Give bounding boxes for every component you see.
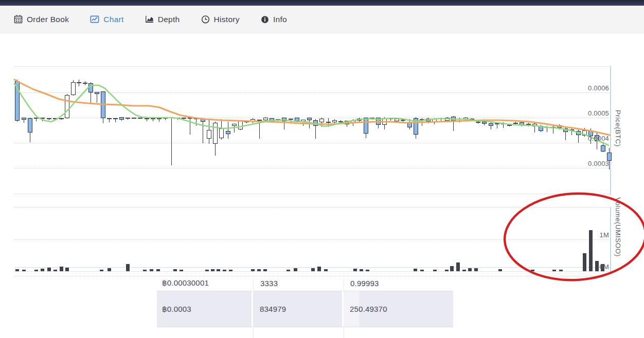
price-axis-line — [610, 66, 611, 195]
candle-body — [307, 118, 312, 120]
volume-axis-line — [610, 207, 611, 272]
volume-bar — [552, 270, 556, 271]
trading-screen: Order Book Chart Depth — [0, 0, 644, 338]
candle-body — [15, 81, 20, 121]
gridline — [14, 66, 610, 67]
volume-bar — [156, 269, 160, 271]
tab-label: Order Book — [27, 15, 69, 24]
candle-body — [207, 130, 211, 139]
candle-body — [351, 120, 355, 123]
gridline — [14, 168, 610, 168]
candle-body — [169, 117, 174, 118]
order-table: ฿0.00030001 3333 0.99993 ฿0.0003 834979 … — [157, 279, 453, 338]
candle-wick — [259, 120, 260, 139]
price-tick-0004: 0.0004 — [578, 135, 609, 142]
candle-body — [251, 119, 255, 122]
tab-depth[interactable]: Depth — [145, 15, 180, 24]
total-cell: 0.99993 — [350, 279, 379, 288]
gridline — [14, 207, 610, 208]
candle-body — [53, 118, 58, 119]
candle-body — [569, 129, 574, 130]
candle-body — [501, 123, 506, 124]
candle-body — [539, 126, 543, 131]
volume-bar — [257, 269, 261, 271]
candle-body — [457, 119, 462, 120]
table-row[interactable] — [157, 327, 453, 338]
top-navbar — [0, 0, 644, 6]
candle-body — [257, 120, 262, 121]
volume-bar — [420, 270, 424, 271]
candle-body — [401, 120, 405, 121]
tab-history[interactable]: History — [201, 15, 240, 24]
candle-body — [463, 118, 468, 120]
candle-body — [138, 118, 142, 119]
volume-bar — [251, 269, 255, 271]
table-row[interactable]: ฿0.00030001 3333 0.99993 — [157, 279, 453, 291]
candle-body — [513, 123, 518, 124]
candle-body — [194, 118, 199, 119]
chart-line-icon — [90, 15, 99, 24]
candle-body — [557, 125, 562, 128]
volume-bar — [126, 264, 130, 271]
candle-body — [151, 118, 155, 119]
volume-bar — [462, 270, 466, 271]
volume-bar — [324, 269, 328, 271]
candle-body — [407, 122, 412, 127]
volume-bar — [143, 270, 147, 271]
price-tick-0003: 0.0003 — [578, 160, 609, 167]
price-tick-0006: 0.0006 — [578, 84, 609, 92]
candle-body — [175, 118, 180, 119]
candle-body — [113, 118, 118, 119]
calendar-icon — [14, 15, 23, 24]
volume-bar — [353, 269, 357, 271]
candle-body — [132, 118, 136, 119]
volume-bar — [287, 270, 290, 271]
candle-body — [145, 118, 149, 119]
candle-body — [157, 118, 162, 119]
price-volume-chart[interactable] — [0, 34, 644, 279]
tab-chart[interactable]: Chart — [90, 15, 123, 24]
candle-body — [345, 121, 349, 124]
volume-bar — [60, 267, 63, 271]
tab-label: Info — [273, 15, 287, 24]
candle-body — [88, 83, 93, 92]
candle-body — [489, 123, 493, 126]
total-cell: 250.49370 — [350, 305, 387, 313]
amount-cell: 834979 — [260, 305, 286, 313]
volume-bar — [150, 269, 153, 271]
gridline — [14, 276, 610, 276]
volume-bar — [531, 270, 534, 271]
candle-body — [313, 120, 318, 126]
volume-bar — [263, 269, 267, 271]
candle-body — [34, 118, 39, 119]
info-icon — [261, 15, 269, 24]
candle-body — [226, 131, 230, 134]
candle-body — [213, 123, 218, 144]
candle-body — [382, 118, 387, 125]
volume-bar — [65, 268, 69, 271]
tab-info[interactable]: Info — [261, 15, 287, 24]
candle-body — [563, 128, 568, 132]
candle-body — [414, 118, 418, 135]
candle-body — [276, 119, 280, 120]
volume-bar — [456, 262, 460, 271]
tab-order-book[interactable]: Order Book — [14, 15, 69, 24]
area-chart-icon — [145, 15, 154, 24]
candle-body — [163, 118, 168, 119]
table-row-highlighted[interactable]: ฿0.0003 834979 250.49370 — [157, 291, 453, 327]
candle-body — [332, 120, 337, 122]
candle-body — [470, 119, 474, 120]
candle-body — [476, 122, 480, 123]
volume-bar — [22, 270, 26, 271]
volume-bar — [468, 268, 472, 271]
candle-wick — [196, 118, 196, 126]
candle-body — [445, 118, 450, 121]
candle-body — [126, 118, 130, 119]
volume-baseline — [14, 267, 610, 268]
tab-label: Depth — [158, 15, 180, 24]
candle-body — [301, 120, 306, 122]
candle-body — [219, 128, 224, 138]
amount-cell: 3333 — [260, 279, 278, 288]
candle-body — [520, 122, 524, 125]
candle-body — [107, 118, 112, 119]
